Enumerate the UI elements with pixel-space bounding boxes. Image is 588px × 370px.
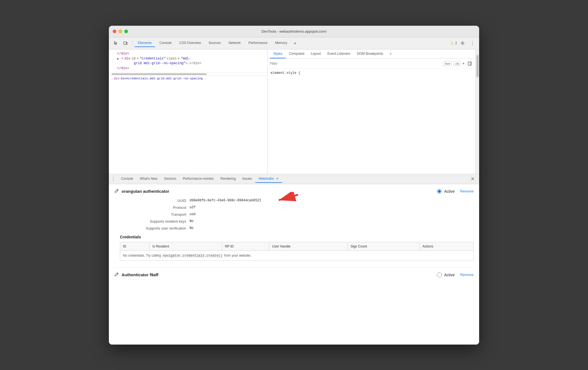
authenticator-2-section: Authenticator f9aff Active Remove xyxy=(114,272,474,278)
styles-panel: Styles Computed Layout Event Listeners D… xyxy=(268,49,475,174)
col-is-resident: Is Resident xyxy=(149,242,222,251)
authenticator-1-active-label: Active xyxy=(444,189,455,194)
col-id: ID xyxy=(120,242,150,251)
col-rp-id: RP ID xyxy=(222,242,269,251)
traffic-lights xyxy=(113,30,128,33)
device-toggle-icon[interactable] xyxy=(121,39,130,48)
svg-rect-1 xyxy=(127,43,128,44)
code-line-2: ▶ <div id="credentials" class="mdl- xyxy=(112,56,265,61)
right-scrollbar[interactable] xyxy=(475,49,479,174)
tab-dom-breakpoints[interactable]: DOM Breakpoints xyxy=(354,49,387,58)
svg-rect-0 xyxy=(124,42,126,45)
cls-label[interactable]: .cls xyxy=(453,61,461,66)
more-tabs-icon[interactable]: » xyxy=(292,40,298,47)
resident-keys-label: Supports resident keys xyxy=(131,219,186,223)
user-verification-label: Supports user verification xyxy=(131,226,186,230)
tab-computed[interactable]: Computed xyxy=(286,49,308,58)
title-bar: DevTools - webauthndemo.appspot.com/ xyxy=(109,26,479,37)
devtools-toolbar: Elements Console CSS Overview Sources Ne… xyxy=(109,37,479,49)
toggle-panel-icon[interactable] xyxy=(466,60,473,67)
breadcrumb: … divdiv#credentials.mdl-grid.mdl-grid--… xyxy=(109,75,267,81)
elements-panel: </div> ▶ <div id="credentials" class="md… xyxy=(109,49,268,174)
code-line-3: </div> xyxy=(112,66,265,71)
warning-badge[interactable]: ⚠ 2 xyxy=(450,41,457,45)
browser-window: DevTools - webauthndemo.appspot.com/ Ele… xyxy=(109,26,479,345)
drawer-tab-whats-new[interactable]: What's New xyxy=(136,175,161,183)
drawer: ⋮ Console What's New Sensors Performance… xyxy=(109,174,479,345)
no-credentials-row: No credentials. Try calling navigator.cr… xyxy=(120,251,474,260)
user-verification-value: No xyxy=(190,226,193,230)
minimize-button[interactable] xyxy=(119,30,122,33)
maximize-button[interactable] xyxy=(124,30,128,33)
main-content: </div> ▶ <div id="credentials" class="md… xyxy=(109,49,479,174)
window-title: DevTools - webauthndemo.appspot.com/ xyxy=(261,29,327,33)
drawer-close-icon[interactable]: ✕ xyxy=(468,176,477,182)
authenticator-1-section: orangutan authenticator Active Remove UU… xyxy=(114,189,474,261)
svg-rect-3 xyxy=(468,62,471,65)
resident-keys-value: No xyxy=(190,219,193,223)
tab-elements[interactable]: Elements xyxy=(135,39,155,47)
tab-css-overview[interactable]: CSS Overview xyxy=(176,39,204,47)
authenticator-1-details: UUID d98e08fb-0efc-43e6-968c-99844cab652… xyxy=(131,199,474,230)
credentials-table: ID Is Resident RP ID User Handle xyxy=(120,242,474,261)
resident-keys-row: Supports resident keys No xyxy=(131,219,474,223)
drawer-tab-rendering[interactable]: Rendering xyxy=(217,175,239,183)
drawer-tab-console[interactable]: Console xyxy=(118,175,136,183)
separator-1 xyxy=(132,40,132,46)
tab-network[interactable]: Network xyxy=(225,39,244,47)
settings-icon[interactable] xyxy=(458,39,467,48)
tab-sources[interactable]: Sources xyxy=(205,39,224,47)
edit-authenticator-1-icon[interactable] xyxy=(114,189,119,194)
drawer-tab-sensors[interactable]: Sensors xyxy=(161,175,180,183)
styles-tabs: Styles Computed Layout Event Listeners D… xyxy=(268,49,475,59)
more-options-icon[interactable]: ⋮ xyxy=(468,39,477,48)
authenticator-2-radio[interactable] xyxy=(437,272,442,277)
styles-filter-bar: :hov .cls + xyxy=(268,59,475,69)
scrollbar-thumb[interactable] xyxy=(476,55,479,77)
user-verification-row: Supports user verification No xyxy=(131,226,474,230)
webauthn-panel: orangutan authenticator Active Remove UU… xyxy=(109,184,479,345)
authenticator-1-header: orangutan authenticator Active Remove xyxy=(114,189,474,194)
hov-label[interactable]: :hov xyxy=(443,61,452,66)
cursor-icon[interactable] xyxy=(111,39,120,48)
horizontal-scrollbar[interactable] xyxy=(112,73,207,75)
authenticator-1-radio[interactable] xyxy=(437,189,442,194)
uuid-value: d98e08fb-0efc-43e6-968c-99844cab6521 xyxy=(190,199,261,203)
more-styles-tabs-icon[interactable]: » xyxy=(387,49,395,58)
drawer-tab-perf-monitor[interactable]: Performance monitor xyxy=(180,175,217,183)
authenticator-2-remove-button[interactable]: Remove xyxy=(460,273,474,277)
code-line-1: </div> xyxy=(112,51,265,56)
tab-event-listeners[interactable]: Event Listeners xyxy=(324,49,354,58)
authenticator-1-remove-button[interactable]: Remove xyxy=(460,189,474,193)
tab-performance[interactable]: Performance xyxy=(245,39,271,47)
credentials-section: Credentials ID Is Resident xyxy=(120,235,474,261)
transport-value: usb xyxy=(190,212,196,217)
col-user-handle: User Handle xyxy=(269,242,348,251)
credentials-title: Credentials xyxy=(120,235,474,239)
authenticator-1-active-group: Active xyxy=(437,189,455,194)
svg-point-2 xyxy=(462,43,463,44)
tab-styles[interactable]: Styles xyxy=(270,49,286,58)
drawer-options-icon[interactable]: ⋮ xyxy=(111,176,116,182)
authenticator-2-active-group: Active xyxy=(437,272,455,277)
authenticator-2-name: Authenticator f9aff xyxy=(122,272,437,277)
transport-row: Transport usb xyxy=(131,212,474,217)
styles-filter-input[interactable] xyxy=(270,62,443,66)
drawer-tabs: ⋮ Console What's New Sensors Performance… xyxy=(109,174,479,184)
no-credentials-message: No credentials. Try calling navigator.cr… xyxy=(123,254,251,257)
protocol-row: Protocol u2f xyxy=(131,205,474,210)
drawer-tab-issues[interactable]: Issues xyxy=(239,175,255,183)
drawer-tab-webauthn[interactable]: WebAuthn ✕ xyxy=(255,175,282,183)
tab-console[interactable]: Console xyxy=(156,39,175,47)
close-webauthn-tab-icon[interactable]: ✕ xyxy=(276,177,279,181)
element-style-block: element.style { xyxy=(268,69,475,77)
tab-memory[interactable]: Memory xyxy=(272,39,290,47)
protocol-label: Protocol xyxy=(131,205,186,210)
authenticator-1-name: orangutan authenticator xyxy=(122,189,437,194)
tab-layout[interactable]: Layout xyxy=(308,49,324,58)
section-divider xyxy=(114,267,474,268)
close-button[interactable] xyxy=(113,30,116,33)
add-style-icon[interactable]: + xyxy=(462,61,465,66)
filter-actions: :hov .cls + xyxy=(443,60,473,67)
edit-authenticator-2-icon[interactable] xyxy=(114,272,119,278)
